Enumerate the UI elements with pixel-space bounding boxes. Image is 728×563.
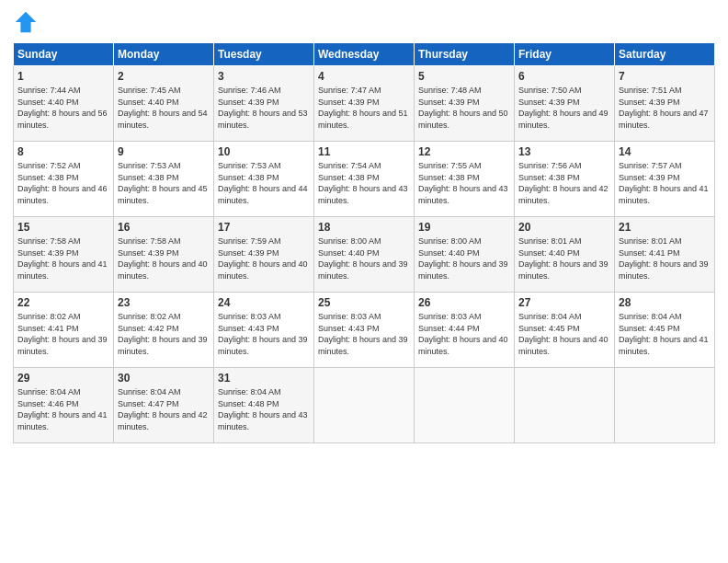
calendar-cell: 10Sunrise: 7:53 AMSunset: 4:38 PMDayligh…: [214, 142, 314, 217]
day-number: 28: [619, 296, 711, 309]
calendar-cell: 7Sunrise: 7:51 AMSunset: 4:39 PMDaylight…: [615, 66, 715, 142]
day-number: 3: [218, 70, 310, 83]
day-header-sunday: Sunday: [14, 43, 114, 66]
calendar-week-row: 15Sunrise: 7:58 AMSunset: 4:39 PMDayligh…: [14, 217, 715, 293]
day-number: 14: [619, 145, 711, 158]
day-header-monday: Monday: [114, 43, 214, 66]
calendar-cell: 3Sunrise: 7:46 AMSunset: 4:39 PMDaylight…: [214, 66, 314, 142]
day-info: Sunrise: 8:04 AMSunset: 4:45 PMDaylight:…: [518, 311, 610, 357]
day-number: 19: [418, 221, 510, 234]
logo: [13, 9, 42, 35]
calendar-cell: 21Sunrise: 8:01 AMSunset: 4:41 PMDayligh…: [615, 217, 715, 293]
day-number: 15: [17, 221, 109, 234]
day-info: Sunrise: 8:04 AMSunset: 4:45 PMDaylight:…: [619, 311, 711, 357]
day-info: Sunrise: 8:01 AMSunset: 4:41 PMDaylight:…: [619, 236, 711, 282]
day-info: Sunrise: 7:53 AMSunset: 4:38 PMDaylight:…: [218, 160, 310, 206]
day-info: Sunrise: 8:00 AMSunset: 4:40 PMDaylight:…: [318, 236, 410, 282]
day-number: 16: [118, 221, 210, 234]
day-number: 21: [619, 221, 711, 234]
day-number: 1: [17, 70, 109, 83]
svg-marker-0: [16, 12, 36, 32]
calendar-cell: 1Sunrise: 7:44 AMSunset: 4:40 PMDaylight…: [14, 66, 114, 142]
day-info: Sunrise: 7:58 AMSunset: 4:39 PMDaylight:…: [17, 236, 109, 282]
calendar-cell: 2Sunrise: 7:45 AMSunset: 4:40 PMDaylight…: [114, 66, 214, 142]
day-number: 20: [518, 221, 610, 234]
day-info: Sunrise: 7:54 AMSunset: 4:38 PMDaylight:…: [318, 160, 410, 206]
logo-icon: [13, 9, 39, 35]
calendar-cell: 23Sunrise: 8:02 AMSunset: 4:42 PMDayligh…: [114, 293, 214, 368]
day-number: 12: [418, 145, 510, 158]
header: [13, 9, 715, 35]
day-header-friday: Friday: [515, 43, 615, 66]
day-number: 30: [118, 372, 210, 385]
day-number: 23: [118, 296, 210, 309]
day-number: 22: [17, 296, 109, 309]
day-info: Sunrise: 7:50 AMSunset: 4:39 PMDaylight:…: [518, 85, 610, 131]
day-info: Sunrise: 8:04 AMSunset: 4:48 PMDaylight:…: [218, 386, 310, 432]
day-info: Sunrise: 8:02 AMSunset: 4:42 PMDaylight:…: [118, 311, 210, 357]
day-number: 13: [518, 145, 610, 158]
day-info: Sunrise: 8:00 AMSunset: 4:40 PMDaylight:…: [418, 236, 510, 282]
day-number: 17: [218, 221, 310, 234]
main-container: SundayMondayTuesdayWednesdayThursdayFrid…: [0, 0, 728, 453]
day-number: 18: [318, 221, 410, 234]
calendar-week-row: 1Sunrise: 7:44 AMSunset: 4:40 PMDaylight…: [14, 66, 715, 142]
day-number: 9: [118, 145, 210, 158]
day-info: Sunrise: 8:04 AMSunset: 4:46 PMDaylight:…: [17, 386, 109, 432]
calendar-cell: 28Sunrise: 8:04 AMSunset: 4:45 PMDayligh…: [615, 293, 715, 368]
day-number: 26: [418, 296, 510, 309]
day-info: Sunrise: 7:59 AMSunset: 4:39 PMDaylight:…: [218, 236, 310, 282]
day-number: 4: [318, 70, 410, 83]
calendar-cell: 15Sunrise: 7:58 AMSunset: 4:39 PMDayligh…: [14, 217, 114, 293]
calendar-cell: 27Sunrise: 8:04 AMSunset: 4:45 PMDayligh…: [515, 293, 615, 368]
calendar-cell: 12Sunrise: 7:55 AMSunset: 4:38 PMDayligh…: [415, 142, 515, 217]
calendar-cell: 11Sunrise: 7:54 AMSunset: 4:38 PMDayligh…: [314, 142, 415, 217]
calendar-cell: 17Sunrise: 7:59 AMSunset: 4:39 PMDayligh…: [214, 217, 314, 293]
day-number: 8: [17, 145, 109, 158]
day-info: Sunrise: 7:55 AMSunset: 4:38 PMDaylight:…: [418, 160, 510, 206]
day-info: Sunrise: 7:47 AMSunset: 4:39 PMDaylight:…: [318, 85, 410, 131]
calendar-cell: 18Sunrise: 8:00 AMSunset: 4:40 PMDayligh…: [314, 217, 415, 293]
calendar-cell: 16Sunrise: 7:58 AMSunset: 4:39 PMDayligh…: [114, 217, 214, 293]
calendar-cell: 22Sunrise: 8:02 AMSunset: 4:41 PMDayligh…: [14, 293, 114, 368]
calendar-cell: 26Sunrise: 8:03 AMSunset: 4:44 PMDayligh…: [415, 293, 515, 368]
calendar-week-row: 8Sunrise: 7:52 AMSunset: 4:38 PMDaylight…: [14, 142, 715, 217]
day-info: Sunrise: 7:56 AMSunset: 4:38 PMDaylight:…: [518, 160, 610, 206]
day-number: 10: [218, 145, 310, 158]
calendar-cell: 14Sunrise: 7:57 AMSunset: 4:39 PMDayligh…: [615, 142, 715, 217]
day-number: 6: [518, 70, 610, 83]
calendar-table: SundayMondayTuesdayWednesdayThursdayFrid…: [13, 42, 715, 443]
day-info: Sunrise: 7:48 AMSunset: 4:39 PMDaylight:…: [418, 85, 510, 131]
day-number: 29: [17, 372, 109, 385]
day-info: Sunrise: 7:51 AMSunset: 4:39 PMDaylight:…: [619, 85, 711, 131]
calendar-cell: 4Sunrise: 7:47 AMSunset: 4:39 PMDaylight…: [314, 66, 415, 142]
day-info: Sunrise: 7:58 AMSunset: 4:39 PMDaylight:…: [118, 236, 210, 282]
calendar-cell: 13Sunrise: 7:56 AMSunset: 4:38 PMDayligh…: [515, 142, 615, 217]
calendar-cell: 30Sunrise: 8:04 AMSunset: 4:47 PMDayligh…: [114, 368, 214, 443]
calendar-cell: 19Sunrise: 8:00 AMSunset: 4:40 PMDayligh…: [415, 217, 515, 293]
day-info: Sunrise: 7:53 AMSunset: 4:38 PMDaylight:…: [118, 160, 210, 206]
day-number: 11: [318, 145, 410, 158]
day-info: Sunrise: 8:03 AMSunset: 4:43 PMDaylight:…: [218, 311, 310, 357]
day-info: Sunrise: 7:52 AMSunset: 4:38 PMDaylight:…: [17, 160, 109, 206]
day-number: 25: [318, 296, 410, 309]
calendar-cell: 31Sunrise: 8:04 AMSunset: 4:48 PMDayligh…: [214, 368, 314, 443]
calendar-cell: [415, 368, 515, 443]
day-info: Sunrise: 7:46 AMSunset: 4:39 PMDaylight:…: [218, 85, 310, 131]
calendar-week-row: 29Sunrise: 8:04 AMSunset: 4:46 PMDayligh…: [14, 368, 715, 443]
day-header-tuesday: Tuesday: [214, 43, 314, 66]
calendar-cell: 20Sunrise: 8:01 AMSunset: 4:40 PMDayligh…: [515, 217, 615, 293]
day-info: Sunrise: 8:03 AMSunset: 4:43 PMDaylight:…: [318, 311, 410, 357]
day-header-saturday: Saturday: [615, 43, 715, 66]
day-number: 27: [518, 296, 610, 309]
calendar-header-row: SundayMondayTuesdayWednesdayThursdayFrid…: [14, 43, 715, 66]
day-info: Sunrise: 8:01 AMSunset: 4:40 PMDaylight:…: [518, 236, 610, 282]
day-number: 31: [218, 372, 310, 385]
day-info: Sunrise: 7:45 AMSunset: 4:40 PMDaylight:…: [118, 85, 210, 131]
day-info: Sunrise: 8:04 AMSunset: 4:47 PMDaylight:…: [118, 386, 210, 432]
calendar-cell: 6Sunrise: 7:50 AMSunset: 4:39 PMDaylight…: [515, 66, 615, 142]
day-info: Sunrise: 8:02 AMSunset: 4:41 PMDaylight:…: [17, 311, 109, 357]
calendar-cell: [515, 368, 615, 443]
day-number: 5: [418, 70, 510, 83]
day-number: 7: [619, 70, 711, 83]
